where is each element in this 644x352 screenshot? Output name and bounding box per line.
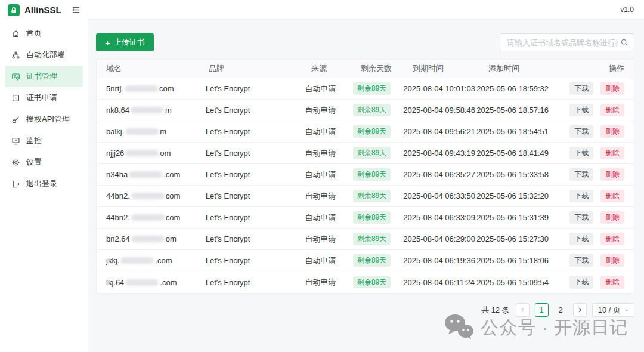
domain-blur-patch [125,128,159,135]
table-row: 5nrtj.com Let's Encrypt 自动申请 剩余89天 2025-… [97,78,634,100]
cell-days-left: 剩余89天 [353,190,403,202]
cell-brand: Let's Encrypt [206,170,305,179]
domain-prefix: lkj.64 [106,278,124,287]
certificate-icon [11,72,20,81]
domain-suffix: .com [160,278,177,287]
search-icon[interactable] [620,38,628,47]
sidebar-item-logout[interactable]: 退出登录 [5,173,83,194]
search-input[interactable] [507,38,618,47]
sidebar-item-cert-apply[interactable]: 证书申请 [5,87,83,109]
delete-button[interactable]: 删除 [600,276,624,288]
cell-actions: 下载 删除 [569,276,634,288]
cell-days-left: 剩余89天 [353,125,403,137]
sidebar-item-api-manage[interactable]: 授权API管理 [5,109,83,130]
domain-suffix: om [166,234,177,243]
cell-added-time: 2025-05-06 18:54:51 [476,127,569,136]
cell-actions: 下载 删除 [569,233,634,245]
delete-button[interactable]: 删除 [600,168,624,181]
upload-cert-button[interactable]: + 上传证书 [96,33,154,51]
domain-prefix: 44bn2. [106,213,130,222]
cell-source: 自动申请 [305,191,352,202]
sidebar-item-settings[interactable]: 设置 [5,152,83,173]
domain-blur-patch [120,257,154,264]
download-button[interactable]: 下载 [569,190,593,202]
cell-expire-time: 2025-08-04 09:43:19 [403,149,476,158]
cell-domain: balkj.m [97,127,206,136]
cell-brand: Let's Encrypt [206,149,305,158]
sidebar-menu: 首页 自动化部署 证书管理 证书申请 授权API管理 监控 设置 退出登录 [0,20,88,194]
download-button[interactable]: 下载 [569,125,593,138]
col-added-time: 添加时间 [488,63,584,74]
cell-added-time: 2025-05-06 15:32:20 [476,192,569,200]
cell-actions: 下载 删除 [569,168,634,181]
cell-brand: Let's Encrypt [206,256,305,265]
days-left-badge: 剩余89天 [353,147,391,159]
cell-expire-time: 2025-08-04 09:56:21 [403,127,476,136]
download-button[interactable]: 下载 [569,276,593,288]
logo-row: AllinSSL [0,0,88,20]
sidebar-item-home[interactable]: 首页 [5,23,83,44]
download-button[interactable]: 下载 [569,168,593,181]
sidebar-item-monitor[interactable]: 监控 [5,130,83,152]
domain-blur-patch [125,279,159,286]
domain-blur-patch [129,171,162,178]
deploy-tree-icon [11,51,20,60]
cell-actions: 下载 删除 [569,254,634,267]
cell-added-time: 2025-05-06 15:31:39 [476,213,569,222]
delete-button[interactable]: 删除 [600,190,624,202]
search-box [500,33,634,51]
domain-blur-patch [131,193,165,199]
download-button[interactable]: 下载 [569,82,593,95]
cell-domain: bn2.64om [97,234,206,243]
key-icon [11,115,20,124]
cell-added-time: 2025-05-06 15:27:30 [476,234,569,243]
cell-added-time: 2025-05-06 15:18:06 [476,256,569,265]
download-button[interactable]: 下载 [569,254,593,267]
delete-button[interactable]: 删除 [600,125,624,138]
cell-domain: n34ha.com [97,170,206,179]
cell-expire-time: 2025-08-04 06:35:27 [403,170,476,179]
cell-source: 自动申请 [305,169,352,180]
days-left-badge: 剩余89天 [353,233,391,245]
days-left-badge: 剩余89天 [353,190,391,202]
col-actions: 操作 [584,63,634,74]
delete-button[interactable]: 删除 [600,147,624,159]
home-icon [11,29,20,38]
cell-days-left: 剩余89天 [353,233,403,245]
cell-source: 自动申请 [305,148,352,159]
cell-expire-time: 2025-08-04 06:29:00 [403,234,476,243]
cell-domain: 44bn2.com [97,213,206,222]
sidebar-item-label: 设置 [26,157,42,168]
domain-suffix: om [160,149,171,158]
gear-icon [11,158,20,167]
delete-button[interactable]: 删除 [600,211,624,224]
domain-suffix: m [160,127,166,136]
cell-expire-time: 2025-08-04 09:58:46 [403,106,476,115]
download-button[interactable]: 下载 [569,104,593,116]
domain-prefix: n34ha [106,170,128,179]
cell-domain: jkkj..com [97,256,206,265]
domain-suffix: com [166,192,181,200]
cell-brand: Let's Encrypt [206,213,305,222]
download-button[interactable]: 下载 [569,211,593,224]
domain-suffix: .com [163,170,180,179]
monitor-icon [11,137,20,146]
delete-button[interactable]: 删除 [600,233,624,245]
cell-actions: 下载 删除 [569,104,634,116]
cell-actions: 下载 删除 [569,190,634,202]
download-button[interactable]: 下载 [569,147,593,159]
domain-prefix: njjj26 [106,149,124,158]
wechat-icon [444,314,475,342]
domain-blur-patch [131,107,164,113]
sidebar-item-auto-deploy[interactable]: 自动化部署 [5,44,83,66]
days-left-badge: 剩余89天 [353,168,391,180]
delete-button[interactable]: 删除 [600,82,624,95]
cell-brand: Let's Encrypt [206,84,305,93]
sidebar-collapse-icon[interactable] [72,5,80,14]
watermark-text: 公众号 · 开源日记 [481,316,628,340]
download-button[interactable]: 下载 [569,233,593,245]
cell-days-left: 剩余89天 [353,104,403,116]
delete-button[interactable]: 删除 [600,104,624,116]
sidebar-item-cert-manage[interactable]: 证书管理 [5,66,83,87]
delete-button[interactable]: 删除 [600,254,624,267]
